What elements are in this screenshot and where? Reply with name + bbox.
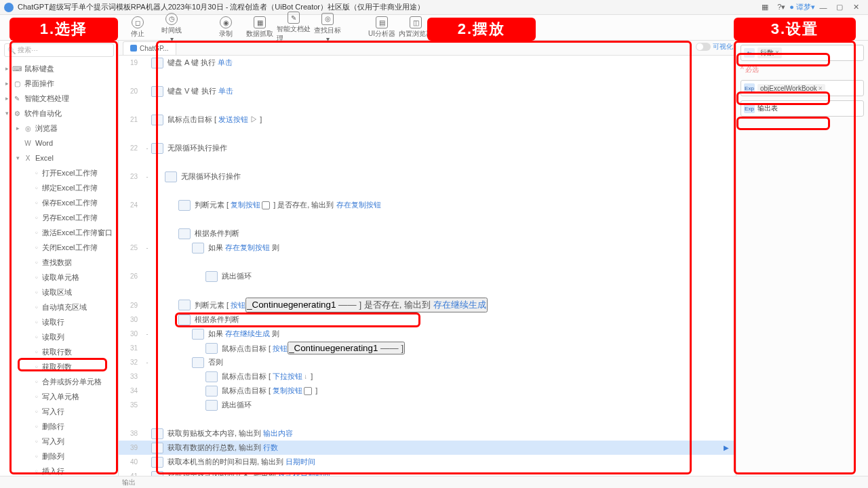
- node-browser[interactable]: ▸◎浏览器: [0, 121, 118, 136]
- excel-item-9[interactable]: 自动填充区域: [0, 300, 118, 314]
- ui-analyzer-button[interactable]: ▤UI分析器: [365, 16, 399, 39]
- code-line[interactable]: [119, 255, 736, 269]
- code-line[interactable]: 26跳出循环: [119, 269, 736, 283]
- code-line[interactable]: 24判断元素 [ 复制按钮 ] 是否存在, 输出到 存在复制按钮: [119, 198, 736, 212]
- timeline-button[interactable]: ◷时间线▾: [155, 13, 189, 43]
- code-line[interactable]: [119, 98, 736, 113]
- cat-ui[interactable]: ▸▢界面操作: [0, 76, 118, 91]
- excel-item-8[interactable]: 读取区域: [0, 285, 118, 300]
- excel-item-11[interactable]: 读取列: [0, 329, 118, 344]
- tgt-icon: [205, 371, 218, 382]
- excel-item-7[interactable]: 读取单元格: [0, 270, 118, 285]
- titlebar: ChatGPT超级写手单个提示词模板RPA机器人2023年10月30日 - 流程…: [0, 0, 868, 15]
- cat-automation[interactable]: ▾⚙软件自动化: [0, 106, 118, 121]
- visual-toggle[interactable]: 可视化: [696, 42, 733, 52]
- cat-mouse-kb[interactable]: ▸⌨鼠标键盘: [0, 61, 118, 76]
- code-line[interactable]: 35跳出循环: [119, 398, 736, 412]
- chk-icon: [178, 300, 191, 310]
- find-target-button[interactable]: ◎查找目标▾: [311, 13, 344, 43]
- data-scrape-button[interactable]: ▦数据抓取: [243, 16, 277, 39]
- clip-icon: [151, 428, 163, 439]
- code-line[interactable]: 32-否则: [119, 355, 736, 369]
- editor-area: ChatGP... 可视化 19键盘 A 键 执行 单击20键盘 V 键 执行 …: [119, 41, 736, 476]
- code-line[interactable]: 25-如果 存在复制按钮 则: [119, 241, 736, 255]
- search-input[interactable]: 搜索⋯: [4, 43, 114, 57]
- kb-icon: [151, 86, 163, 97]
- builtin-browser-button[interactable]: ◫内置浏览器: [399, 16, 433, 39]
- prop-output-var[interactable]: fx行数× ▾: [741, 45, 864, 61]
- code-line[interactable]: 20键盘 V 键 执行 单击: [119, 84, 736, 98]
- time-icon: [151, 457, 163, 468]
- cat-smart-doc[interactable]: ▸✎智能文档处理: [0, 91, 118, 106]
- if-icon: [192, 243, 204, 253]
- code-line[interactable]: 30-如果 存在继续生成 则: [119, 327, 736, 341]
- excel-item-13[interactable]: 获取列数: [0, 359, 118, 374]
- code-line[interactable]: 38获取剪贴板文本内容, 输出到 输出内容: [119, 426, 736, 441]
- excel-item-5[interactable]: 关闭Excel工作簿: [0, 240, 118, 255]
- code-line[interactable]: 29判断元素 [ 按钮_Continuegenerating1 —— ] 是否存…: [119, 298, 736, 312]
- tab-bar: ChatGP... 可视化: [119, 41, 736, 56]
- code-line[interactable]: [119, 412, 736, 426]
- excel-item-6[interactable]: 查找数据: [0, 255, 118, 270]
- loop-icon: [165, 171, 177, 182]
- node-excel[interactable]: ▾XExcel: [0, 150, 118, 165]
- excel-item-18[interactable]: 写入列: [0, 434, 118, 449]
- tab-active[interactable]: ChatGP...: [123, 41, 176, 55]
- code-line[interactable]: 33鼠标点击目标 [ 下拉按钮↓ ]: [119, 369, 736, 384]
- code-line[interactable]: [119, 127, 736, 141]
- excel-item-12[interactable]: 获取行数: [0, 344, 118, 359]
- excel-item-10[interactable]: 读取行: [0, 314, 118, 329]
- minimize-button[interactable]: —: [815, 3, 831, 12]
- excel-item-17[interactable]: 删除行: [0, 419, 118, 434]
- excel-item-14[interactable]: 合并或拆分单元格: [0, 374, 118, 389]
- code-editor[interactable]: 19键盘 A 键 执行 单击20键盘 V 键 执行 单击21鼠标点击目标 [ 发…: [119, 56, 736, 476]
- code-line[interactable]: [119, 184, 736, 198]
- excel-item-20[interactable]: 插入行: [0, 464, 118, 476]
- excel-item-3[interactable]: 另存Excel工作簿: [0, 210, 118, 225]
- code-line[interactable]: 34鼠标点击目标 [ 复制按钮 ]: [119, 384, 736, 398]
- node-word[interactable]: WWord: [0, 136, 118, 150]
- code-line[interactable]: 39获取有数据的行总数, 输出到 行数▶: [119, 441, 736, 455]
- code-line[interactable]: 21鼠标点击目标 [ 发送按钮 ▷ ]: [119, 113, 736, 127]
- excel-item-15[interactable]: 写入单元格: [0, 389, 118, 404]
- excel-item-19[interactable]: 删除列: [0, 449, 118, 464]
- stop-button[interactable]: ◻停止: [121, 16, 155, 39]
- prop-sheet[interactable]: Exp输出表 ✎: [741, 100, 864, 117]
- code-line[interactable]: [119, 283, 736, 298]
- code-line[interactable]: 30根据条件判断: [119, 312, 736, 327]
- rows-icon: [151, 443, 163, 453]
- maximize-button[interactable]: ▢: [831, 3, 848, 12]
- smart-doc-button[interactable]: ✎智能文档处理: [277, 12, 311, 43]
- code-line[interactable]: [119, 155, 736, 169]
- code-line[interactable]: 根据条件判断: [119, 226, 736, 241]
- run-line-button[interactable]: ▶: [724, 444, 729, 451]
- code-line[interactable]: 41获取指定格式的时间文本, 输出到 格式化日期时间: [119, 469, 736, 476]
- excel-item-4[interactable]: 激活Excel工作簿窗口: [0, 225, 118, 240]
- record-button[interactable]: ◉录制: [209, 16, 243, 39]
- grid-icon[interactable]: ▦: [757, 3, 773, 12]
- tgt-icon: [205, 343, 218, 354]
- code-line[interactable]: [119, 70, 736, 84]
- code-line[interactable]: [119, 212, 736, 226]
- user-menu[interactable]: ● 谭梦▾: [789, 2, 815, 12]
- close-button[interactable]: ✕: [848, 3, 864, 12]
- code-line[interactable]: 19键盘 A 键 执行 单击: [119, 56, 736, 70]
- tgt-icon: [205, 386, 218, 396]
- excel-item-0[interactable]: 打开Excel工作簿: [0, 165, 118, 180]
- loop-icon: [151, 143, 163, 154]
- code-line[interactable]: 23-无限循环执行操作: [119, 169, 736, 184]
- properties-panel: fx行数× ▾ 必选 ExpobjExcelWorkBook× ▾ Exp输出表…: [736, 41, 868, 476]
- break-icon: [205, 271, 218, 282]
- cond-icon: [178, 228, 191, 239]
- excel-item-2[interactable]: 保存Excel工作簿: [0, 195, 118, 210]
- excel-item-16[interactable]: 写入行: [0, 404, 118, 419]
- excel-item-1[interactable]: 绑定Excel工作簿: [0, 180, 118, 195]
- code-line[interactable]: 40获取本机当前的时间和日期, 输出到 日期时间: [119, 455, 736, 469]
- help-icon[interactable]: ?▾: [773, 3, 789, 12]
- code-line[interactable]: 31鼠标点击目标 [ 按钮_Continuegenerating1 —— ]: [119, 341, 736, 355]
- toolbar: ◻停止 ◷时间线▾ ◉录制 ▦数据抓取 ✎智能文档处理 ◎查找目标▾ ▤UI分析…: [0, 15, 868, 41]
- output-tab[interactable]: 输出: [122, 478, 136, 487]
- prop-workbook[interactable]: ExpobjExcelWorkBook× ▾: [741, 80, 864, 96]
- code-line[interactable]: 22-无限循环执行操作: [119, 141, 736, 155]
- app-icon: [4, 3, 14, 12]
